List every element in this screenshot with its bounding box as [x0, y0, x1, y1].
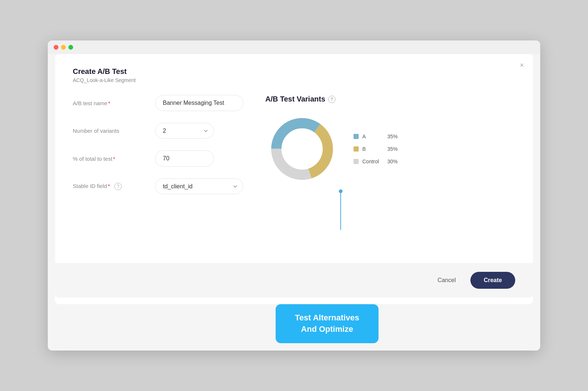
chart-area: A 35% B 35% Control 30% — [265, 112, 398, 186]
maximize-traffic-light[interactable] — [68, 45, 73, 50]
chart-help-icon[interactable]: ? — [328, 96, 336, 103]
modal-header: Create A/B Test ACQ_Look-a-Like Segment — [73, 67, 515, 83]
modal-title: Create A/B Test — [73, 67, 515, 76]
modal-body: A/B test name* Number of variants 2 3 4 — [73, 95, 515, 248]
number-of-variants-select[interactable]: 2 3 4 — [155, 123, 214, 139]
close-traffic-light[interactable] — [54, 45, 58, 50]
number-of-variants-label: Number of variants — [73, 128, 146, 134]
tooltip-bubble: Test AlternativesAnd Optimize — [276, 304, 379, 343]
legend-swatch-control — [354, 159, 359, 164]
close-button[interactable]: × — [520, 61, 524, 69]
ab-test-name-input[interactable] — [155, 95, 243, 111]
pct-total-input[interactable] — [155, 150, 214, 167]
legend-label-b: B — [362, 146, 384, 152]
app-window: × Create A/B Test ACQ_Look-a-Like Segmen… — [48, 40, 540, 351]
donut-chart — [265, 112, 339, 186]
chart-section: A/B Test Variants ? — [265, 95, 515, 248]
chart-title: A/B Test Variants ? — [265, 95, 336, 103]
stable-id-help-icon[interactable]: ? — [114, 183, 122, 190]
legend-label-a: A — [362, 134, 384, 139]
form-section: A/B test name* Number of variants 2 3 4 — [73, 95, 243, 248]
legend-swatch-b — [354, 146, 359, 152]
legend-pct-a: 35% — [387, 134, 398, 139]
modal-footer: Cancel Create — [55, 263, 533, 298]
tooltip-dot — [339, 189, 343, 193]
required-star: * — [108, 100, 110, 106]
tooltip-pointer-area — [265, 189, 515, 248]
stable-id-select[interactable]: td_client_id user_id cookie_id — [155, 178, 243, 194]
title-bar — [48, 40, 540, 54]
form-group-test-name: A/B test name* — [73, 95, 243, 111]
tooltip-bubble-text: Test AlternativesAnd Optimize — [295, 313, 359, 334]
pct-total-label: % of total to test* — [73, 156, 146, 162]
modal-subtitle: ACQ_Look-a-Like Segment — [73, 77, 515, 83]
traffic-lights — [54, 45, 73, 50]
legend-pct-control: 30% — [387, 159, 398, 164]
create-button[interactable]: Create — [470, 272, 515, 289]
tooltip-bubble-container: Test AlternativesAnd Optimize — [48, 304, 540, 351]
legend-item-a: A 35% — [354, 134, 398, 139]
ab-test-name-label: A/B test name* — [73, 100, 146, 106]
tooltip-line-container — [339, 189, 343, 230]
stable-id-label: Stable ID field* ? — [73, 183, 146, 190]
chart-legend: A 35% B 35% Control 30% — [354, 134, 398, 164]
minimize-traffic-light[interactable] — [61, 45, 66, 50]
tooltip-line — [340, 193, 341, 230]
required-star-stable: * — [108, 183, 110, 189]
legend-item-control: Control 30% — [354, 159, 398, 164]
svg-point-4 — [282, 128, 323, 170]
cancel-button[interactable]: Cancel — [430, 273, 463, 288]
form-group-variants: Number of variants 2 3 4 — [73, 123, 243, 139]
form-group-stable-id: Stable ID field* ? td_client_id user_id … — [73, 178, 243, 194]
legend-pct-b: 35% — [387, 146, 398, 152]
legend-item-b: B 35% — [354, 146, 398, 152]
modal-container: × Create A/B Test ACQ_Look-a-Like Segmen… — [55, 54, 533, 304]
required-star-pct: * — [113, 156, 115, 162]
legend-label-control: Control — [362, 159, 384, 164]
form-group-pct-total: % of total to test* — [73, 150, 243, 167]
legend-swatch-a — [354, 134, 359, 139]
